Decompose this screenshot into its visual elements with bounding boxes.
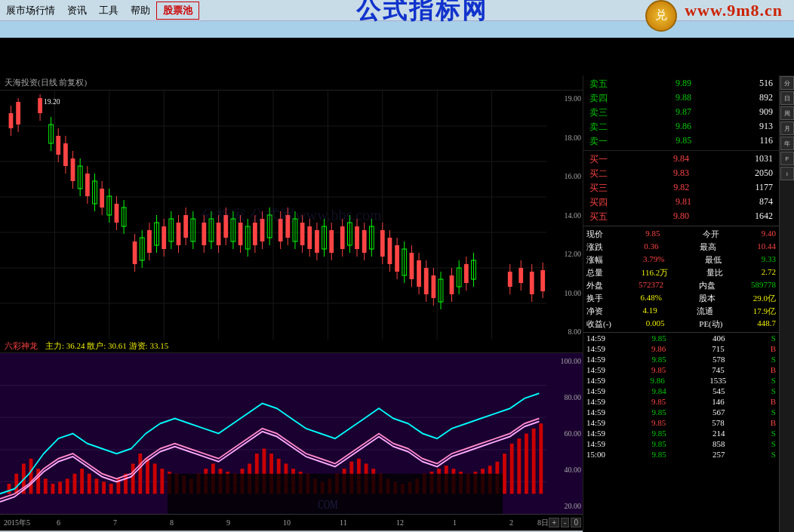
right-btn-3[interactable]: 周 [780,106,794,120]
zoom-reset-btn[interactable]: 0 [571,518,581,527]
zoom-minus-btn[interactable]: - [561,518,569,527]
svg-rect-149 [8,484,11,494]
svg-rect-25 [56,136,60,155]
svg-rect-63 [202,223,206,245]
svg-rect-99 [340,226,345,249]
svg-rect-57 [177,223,181,245]
stock-name: 天海投资(日线 前复权) [5,77,87,88]
trade-row-9: 14:599.85578B [583,417,779,428]
menu-bar: 展市场行情 资讯 工具 帮助 股票池 公式指标网 兑 www.9m8.cn [0,0,794,21]
buy-row-2: 买二 9.83 2050 [586,167,776,181]
svg-rect-67 [217,223,221,245]
order-book-buys: 买一 9.84 1031 买二 9.83 2050 买三 9.82 1177 买… [583,150,779,226]
trade-history: 14:599.85406S 14:599.86715B 14:599.85578… [583,332,779,532]
chart-area: 天海投资(日线 前复权) 分析家 公式网www.bbs.com [0,75,583,532]
logo-circle: 兑 [645,0,677,32]
svg-rect-93 [315,230,319,253]
svg-rect-123 [431,275,435,298]
indicator-svg: COM [0,353,546,514]
svg-rect-219 [517,438,521,494]
svg-rect-137 [519,268,523,283]
price-scale: 19.00 18.00 16.00 14.00 12.00 10.00 8.00 [546,91,583,340]
time-scale: 2015年5 6 7 8 9 10 11 12 1 2 8 日线 + - 0 [0,514,583,530]
indicator-params: 主力: 36.24 散户: 30.61 游资: 33.15 [45,340,168,352]
svg-rect-131 [464,264,469,283]
menu-item-news[interactable]: 资讯 [61,2,93,19]
right-btn-5[interactable]: 年 [780,137,794,150]
right-btn-1[interactable]: 分 [780,76,794,90]
svg-rect-45 [133,241,137,264]
svg-rect-159 [80,469,84,494]
svg-rect-150 [14,474,18,494]
zoom-plus-btn[interactable]: + [549,518,559,527]
svg-rect-170 [160,469,164,494]
svg-rect-97 [329,230,334,253]
menu-item-tools[interactable]: 工具 [93,2,125,19]
trade-row-7: 14:599.85146B [583,396,779,407]
order-book-sells: 卖五 9.89 516 卖四 9.88 892 卖三 9.87 909 卖二 9… [583,75,779,150]
menu-item-help[interactable]: 帮助 [125,2,156,19]
trade-row-5: 14:599.861535S [583,375,779,386]
right-btn-2[interactable]: 日 [780,91,794,105]
svg-rect-37 [100,189,104,208]
svg-rect-222 [539,423,543,494]
svg-rect-113 [395,245,399,272]
trade-row-12: 15:009.85257S [583,449,779,460]
svg-rect-221 [532,429,536,494]
trade-row-4: 14:599.85745B [583,364,779,375]
trade-row-10: 14:599.85214S [583,428,779,438]
svg-rect-91 [307,226,312,249]
menu-item-market[interactable]: 展市场行情 [0,2,61,19]
svg-rect-169 [153,463,157,494]
svg-rect-77 [253,223,257,245]
sell-row-1: 卖一 9.85 116 [586,134,776,149]
svg-text:19.20: 19.20 [44,97,60,106]
trade-row-3: 14:599.85578S [583,354,779,364]
svg-rect-166 [131,463,135,494]
right-btn-4[interactable]: 月 [780,121,794,135]
svg-rect-79 [260,219,265,241]
right-btn-7[interactable]: i [780,167,794,180]
svg-rect-135 [508,272,512,287]
svg-rect-21 [38,98,42,113]
buy-row-1: 买一 9.84 1031 [586,152,776,167]
menu-item-pool[interactable]: 股票池 [156,2,199,20]
svg-rect-167 [138,454,142,494]
right-btn-6[interactable]: F [780,152,794,165]
sell-row-2: 卖二 9.86 913 [586,120,776,134]
sell-row-3: 卖三 9.87 909 [586,106,776,120]
svg-rect-157 [66,478,69,494]
svg-rect-139 [530,272,534,294]
svg-rect-69 [223,215,228,238]
indicator-chart[interactable]: COM 100.00 80.00 60.00 40.00 20.00 [0,353,583,514]
svg-rect-89 [300,223,305,245]
trade-row-11: 14:599.85858S [583,438,779,449]
top-header: 展市场行情 资讯 工具 帮助 股票池 公式指标网 兑 www.9m8.cn [0,0,794,38]
chart-title-bar: 天海投资(日线 前复权) [0,75,583,91]
svg-rect-119 [417,260,421,287]
svg-rect-161 [94,478,98,494]
candlestick-chart[interactable]: 分析家 公式网www.bbs.com [0,91,583,340]
indicator-name: 六彩神龙 [5,340,38,352]
buy-row-3: 买三 9.82 1177 [586,181,776,195]
svg-rect-158 [73,474,77,494]
svg-rect-168 [146,459,149,494]
svg-rect-117 [410,253,414,279]
svg-rect-73 [239,223,243,245]
svg-rect-152 [29,459,33,494]
site-title: 公式指标网 [356,0,488,27]
far-right-buttons: 分 日 周 月 年 F i RSI [779,75,794,532]
sell-row-4: 卖四 9.88 892 [586,91,776,106]
svg-rect-18 [16,102,20,125]
svg-rect-103 [355,226,359,249]
svg-rect-83 [279,219,283,241]
svg-rect-41 [115,204,119,223]
svg-rect-162 [102,481,106,494]
buy-row-5: 买五 9.80 1642 [586,210,776,224]
svg-rect-141 [540,270,545,291]
svg-rect-33 [85,174,90,196]
buy-row-4: 买四 9.81 874 [586,195,776,210]
svg-rect-155 [51,484,55,494]
trade-row-2: 14:599.86715B [583,343,779,354]
svg-text:COM: COM [318,499,337,512]
